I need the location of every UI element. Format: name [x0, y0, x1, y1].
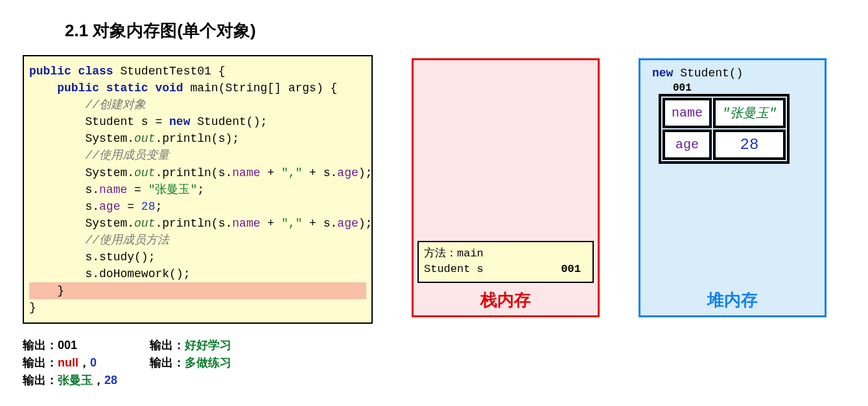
t: main — [457, 247, 484, 260]
fld: age — [337, 217, 358, 230]
t: .println(s); — [155, 132, 239, 145]
heap-field-name: name — [663, 98, 712, 128]
t: ); — [358, 166, 373, 179]
t: ; — [197, 183, 204, 196]
t: Student s = — [85, 115, 169, 128]
kw: new — [169, 115, 190, 128]
kw: new — [652, 67, 673, 80]
out: out — [134, 132, 155, 145]
t: ); — [358, 217, 373, 230]
code-panel: public class StudentTest01 { public stat… — [23, 55, 373, 324]
kw: public static void — [57, 82, 183, 95]
stack-memory-box: 方法：main Student s 001 栈内存 — [412, 58, 600, 317]
diagram-row: public class StudentTest01 { public stat… — [13, 55, 855, 324]
comment: //使用成员变量 — [85, 149, 169, 162]
t: 方法： — [424, 247, 457, 260]
t: ， — [93, 374, 104, 387]
t: main(String[] args) { — [183, 82, 338, 95]
t: + — [261, 217, 281, 230]
t: System. — [85, 217, 134, 230]
out-val: 多做练习 — [185, 356, 231, 369]
t: 输出： — [150, 356, 185, 369]
t: + s. — [302, 166, 337, 179]
heap-label: 堆内存 — [640, 289, 825, 311]
heap-memory-box: new Student() 001 name "张曼玉" age 28 堆内存 — [639, 58, 827, 317]
stack-ref-addr: 001 — [561, 262, 581, 278]
t: s.doHomework(); — [85, 267, 190, 280]
t: 输出： — [150, 339, 185, 352]
t: 输出： — [23, 356, 58, 369]
output-col-1: 输出：001 输出：null，0 输出：张曼玉，28 — [23, 337, 117, 389]
stack-frame: 方法：main Student s 001 — [417, 241, 594, 283]
t: .println(s. — [155, 166, 232, 179]
str: "张曼玉" — [148, 183, 198, 196]
t: ， — [78, 356, 90, 369]
t: + — [261, 166, 281, 179]
out: out — [134, 217, 155, 230]
t: .println(s. — [155, 217, 232, 230]
page-title: 2.1 对象内存图(单个对象) — [65, 19, 855, 42]
out-val: 好好学习 — [185, 339, 231, 352]
heap-addr: 001 — [673, 82, 692, 94]
t: = — [127, 183, 148, 196]
fld: name — [232, 217, 260, 230]
heap-new-expr: new Student() — [652, 67, 743, 80]
t: ; — [155, 200, 162, 213]
num: 28 — [141, 200, 156, 213]
kw: public class — [29, 65, 113, 78]
out-val: 001 — [58, 339, 77, 352]
t: System. — [85, 132, 134, 145]
heap-field-value: "张曼玉" — [713, 98, 786, 128]
console-output: 输出：001 输出：null，0 输出：张曼玉，28 输出：好好学习 输出：多做… — [23, 337, 855, 389]
t: Student() — [673, 67, 743, 80]
t: Student(); — [190, 115, 267, 128]
out-val: 张曼玉 — [58, 374, 93, 387]
heap-object-table: name "张曼玉" age 28 — [659, 94, 790, 164]
t: s. — [85, 200, 99, 213]
t: + s. — [302, 217, 337, 230]
t: s. — [85, 183, 99, 196]
out-val: 0 — [90, 356, 97, 369]
t: 输出： — [23, 374, 58, 387]
t: System. — [85, 166, 134, 179]
t: StudentTest01 { — [113, 65, 226, 78]
heap-field-value: 28 — [713, 130, 786, 160]
t: = — [120, 200, 141, 213]
brace: } — [29, 301, 36, 314]
fld: age — [337, 166, 358, 179]
t: Student s — [424, 262, 484, 278]
stack-label: 栈内存 — [414, 289, 598, 311]
fld: age — [99, 200, 120, 213]
output-col-2: 输出：好好学习 输出：多做练习 — [150, 337, 231, 389]
t: s.study(); — [85, 251, 155, 264]
fld: name — [232, 166, 260, 179]
comment: //创建对象 — [85, 98, 146, 111]
str: "," — [281, 166, 302, 179]
str: "," — [281, 217, 302, 230]
brace: } — [57, 284, 64, 297]
t: 输出： — [23, 339, 58, 352]
out-val: 28 — [104, 374, 117, 387]
heap-field-name: age — [663, 130, 712, 160]
out: out — [134, 166, 155, 179]
out-val: null — [58, 356, 78, 369]
comment: //使用成员方法 — [85, 234, 169, 247]
fld: name — [99, 183, 127, 196]
